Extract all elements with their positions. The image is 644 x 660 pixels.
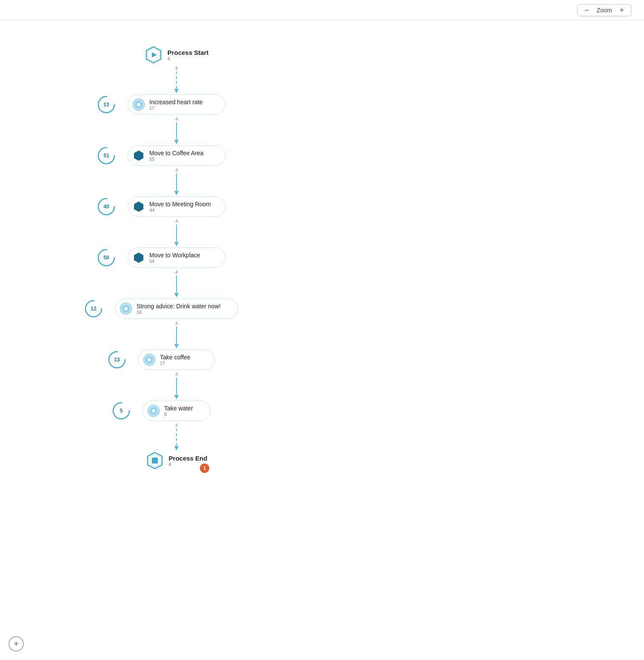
pill-icon-hex-coffee: [132, 149, 145, 162]
zoom-out-button[interactable]: −: [583, 6, 591, 14]
connector-2-label: 4: [175, 168, 178, 173]
badge-circle-arrows-icon-50: 50: [97, 248, 116, 267]
badge-increased-heart-rate: 13: [97, 95, 116, 114]
node-process-start[interactable]: Process Start 4: [145, 46, 209, 64]
orange-badge-count: 1: [200, 464, 209, 473]
node-heart-rate-labels: Increased heart rate 17: [149, 99, 202, 111]
connector-6: 4 ▼: [173, 370, 180, 401]
node-take-coffee[interactable]: 13 Take coffee 17: [138, 350, 215, 370]
top-bar: − Zoom +: [0, 0, 644, 20]
svg-rect-30: [152, 458, 158, 464]
connector-4: 4 ▼: [173, 268, 180, 299]
connector-6-label: 4: [175, 372, 178, 377]
connector-5-label: 4: [175, 321, 178, 326]
badge-circle-arrows-icon-5: 5: [112, 401, 131, 420]
node-process-end[interactable]: Process End 4: [146, 452, 208, 469]
connector-7: 4 ▼: [173, 421, 180, 452]
connector-7-label: 4: [175, 423, 178, 428]
svg-text:13: 13: [114, 357, 120, 363]
connector-4-label: 4: [175, 270, 178, 275]
connector-3: 4 ▼: [173, 217, 180, 248]
connector-5-line: [176, 327, 177, 344]
connector-1-arrow: ▼: [173, 138, 180, 145]
node-move-meeting-room[interactable]: 40 Move to Meeting Room 44: [128, 196, 225, 217]
badge-take-coffee: 13: [108, 350, 126, 369]
node-take-water[interactable]: 5 Take water 9: [142, 401, 211, 421]
node-workplace-title: Move to Workplace: [149, 252, 200, 259]
connector-1-line: [176, 122, 177, 139]
svg-marker-12: [134, 202, 143, 212]
connector-1-label: 4: [175, 117, 178, 122]
svg-marker-15: [134, 253, 143, 263]
node-increased-heart-rate[interactable]: 13 Increased heart rate 17: [128, 94, 225, 115]
badge-strong-advice: 12: [84, 299, 103, 318]
badge-take-water: 5: [112, 401, 131, 420]
connector-4-line: [176, 276, 177, 293]
orange-notification-badge: 1: [200, 464, 209, 473]
svg-point-27: [152, 409, 155, 412]
pill-icon-hex-workplace: [132, 251, 145, 264]
node-meeting-room-labels: Move to Meeting Room 44: [149, 201, 211, 213]
node-workplace-count: 54: [149, 259, 200, 264]
end-hex-icon: [146, 452, 164, 469]
node-process-start-labels: Process Start 4: [168, 49, 209, 61]
circle-dot-icon-water: [122, 305, 130, 313]
svg-point-6: [137, 103, 140, 106]
connector-2-arrow: ▼: [173, 189, 180, 196]
node-coffee-area-count: 55: [149, 156, 203, 162]
badge-workplace: 50: [97, 248, 116, 267]
svg-point-19: [124, 307, 128, 310]
zoom-controls: − Zoom +: [577, 4, 631, 16]
svg-marker-2: [152, 52, 157, 57]
node-coffee-area-title: Move to Coffee Area: [149, 150, 203, 156]
badge-circle-arrows-icon: 13: [97, 95, 116, 114]
hex-dark-icon-workplace: [133, 252, 145, 264]
connector-2-line: [176, 174, 177, 191]
node-take-coffee-title: Take coffee: [160, 354, 190, 361]
node-coffee-area-labels: Move to Coffee Area 55: [149, 150, 203, 162]
badge-circle-arrows-icon-12: 12: [84, 299, 103, 318]
connector-0-line: [176, 71, 177, 88]
connector-0: 4 ▼: [173, 64, 180, 94]
badge-meeting-room: 40: [97, 197, 116, 216]
connector-5: 4 ▼: [173, 319, 180, 350]
connector-0-arrow: ▼: [173, 87, 180, 94]
node-move-workplace[interactable]: 50 Move to Workplace 54: [128, 248, 225, 268]
circle-dot-icon-take-water: [150, 407, 157, 415]
node-take-water-count: 9: [164, 412, 193, 417]
zoom-in-button[interactable]: +: [618, 6, 626, 14]
svg-text:40: 40: [103, 204, 109, 210]
badge-circle-arrows-icon-51: 51: [97, 146, 116, 165]
node-heart-rate-title: Increased heart rate: [149, 99, 202, 105]
node-take-water-labels: Take water 9: [164, 405, 193, 417]
connector-2: 4 ▼: [173, 166, 180, 196]
hex-dark-icon: [133, 150, 145, 162]
node-take-coffee-count: 17: [160, 361, 190, 366]
hex-dark-icon-meeting: [133, 201, 145, 213]
pill-icon-circle-coffee: [143, 353, 156, 366]
badge-coffee-area: 51: [97, 146, 116, 165]
connector-7-arrow: ▼: [173, 444, 180, 452]
connector-3-arrow: ▼: [173, 240, 180, 248]
node-strong-advice[interactable]: 12 Strong advice: Drink water now! 16: [115, 299, 238, 319]
zoom-label: Zoom: [594, 7, 615, 14]
svg-text:51: 51: [103, 153, 109, 159]
node-process-start-count: 4: [168, 56, 209, 61]
node-meeting-room-title: Move to Meeting Room: [149, 201, 211, 208]
svg-point-23: [148, 358, 151, 361]
badge-circle-arrows-icon-40: 40: [97, 197, 116, 216]
canvas: Process Start 4 4 ▼ 13: [0, 20, 644, 660]
connector-1: 4 ▼: [173, 115, 180, 145]
node-heart-rate-count: 17: [149, 105, 202, 111]
svg-text:12: 12: [91, 306, 97, 312]
pill-icon-hex-meeting: [132, 200, 145, 213]
svg-text:50: 50: [103, 255, 109, 261]
connector-3-line: [176, 225, 177, 242]
node-take-coffee-labels: Take coffee 17: [160, 354, 190, 366]
circle-dot-icon: [135, 101, 142, 108]
add-button[interactable]: +: [9, 636, 24, 651]
connector-7-line: [176, 429, 177, 446]
node-strong-advice-count: 16: [137, 310, 221, 315]
node-move-coffee-area[interactable]: 51 Move to Coffee Area 55: [128, 145, 225, 166]
node-process-end-title: Process End: [169, 455, 208, 462]
